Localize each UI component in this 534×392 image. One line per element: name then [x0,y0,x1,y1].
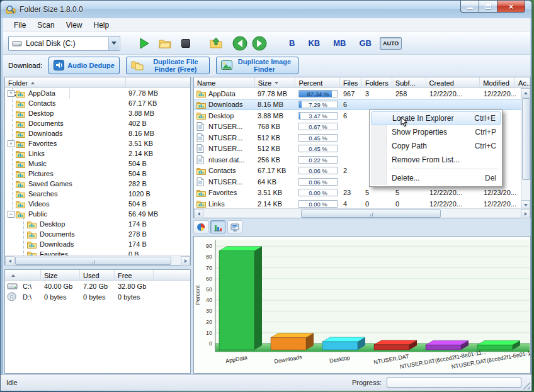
tree-item[interactable]: −Public56.49 MB [5,209,190,219]
stop-button[interactable] [177,35,195,52]
minimize-button[interactable] [460,1,479,13]
progress-label: Progress: [352,379,382,386]
table-row[interactable]: AppData97.78 MB87.34 %967325812/22/20...… [194,88,530,99]
menu-item-locate-in-explorer[interactable]: Locate In Explorer Ctrl+E [371,111,501,125]
tree-item-size: 504 B [128,170,147,177]
tree-item-label: Favorites [28,140,57,147]
tree-item[interactable]: Downloads174 B [5,239,190,249]
tree-item[interactable]: Desktop174 B [5,219,190,229]
folder-column-header[interactable]: Folder [5,77,126,88]
menu-view[interactable]: View [60,20,88,31]
scroll-thumb[interactable] [301,210,441,218]
tree-item[interactable]: Documents402 B [5,118,190,128]
resize-grip[interactable] [523,382,530,389]
menu-item-delete[interactable]: Delete... Del [371,171,501,185]
tree-item[interactable]: Links2.14 KB [5,148,190,159]
drives-used-header[interactable]: Used [80,270,115,281]
duplicate-image-finder-button[interactable]: Duplicate Image Finder [216,57,298,74]
svg-text:50: 50 [206,286,212,293]
up-folder-button[interactable] [207,35,225,52]
column-header-name[interactable]: Name [194,77,255,88]
open-folder-button[interactable] [156,35,174,52]
scroll-thumb[interactable] [15,257,171,265]
tree-item[interactable]: Documents278 B [5,229,190,239]
unit-kb-button[interactable]: KB [306,37,322,49]
scroll-left-button[interactable] [194,209,203,218]
menu-help[interactable]: Help [88,20,115,31]
tree-item[interactable]: Downloads8.16 MB [5,128,190,138]
folder-icon [196,167,207,175]
tree-item[interactable]: Videos504 B [5,199,190,209]
scan-button[interactable] [135,35,153,52]
menu-file[interactable]: File [8,20,31,31]
maximize-button[interactable] [479,1,497,13]
tree-item-size: 504 B [128,160,147,167]
scroll-right-button[interactable] [521,209,530,218]
scroll-left-icon [198,212,200,216]
expand-icon[interactable]: + [8,90,14,97]
size-cell: 768 KB [255,121,296,133]
table-row[interactable]: Links2.14 KB0.00 %40012/22/20...12/22/20… [194,198,530,210]
scroll-left-button[interactable] [5,256,14,266]
bar-chart-button[interactable] [210,220,225,233]
table-horizontal-scrollbar[interactable] [194,208,530,218]
percent-value: 3.47 % [299,113,337,120]
title-bar[interactable]: Folder Size 1.8.0.0 × [1,1,531,18]
table-row[interactable]: Downloads8.16 MB7.29 %6 [194,99,530,111]
column-header-folders[interactable]: Folders [362,77,392,88]
drive-dropdown-button[interactable] [108,37,119,50]
column-header-files[interactable]: Files [340,77,362,88]
svg-text:80: 80 [206,254,212,260]
expand-icon[interactable]: + [8,140,14,147]
menu-item-copy-path[interactable]: Copy Path Ctrl+C [371,139,501,153]
tree-horizontal-scrollbar[interactable] [5,255,190,265]
tree-item[interactable]: Searches1020 B [5,189,190,199]
drive-row-d[interactable]: D:\ 0 bytes 0 bytes 0 bytes [5,291,190,302]
tree-item-label: Contacts [28,99,55,107]
close-button[interactable]: × [497,1,525,13]
back-button[interactable] [231,35,249,52]
svg-text:60: 60 [206,276,212,282]
column-header-size[interactable]: Size [255,77,296,88]
tree-item-label: Public [28,210,47,218]
chart-toolbar [193,220,244,234]
scroll-right-button[interactable] [181,256,190,266]
drive-column-header[interactable] [5,270,41,281]
tree-item[interactable]: Desktop3.88 MB [5,108,190,118]
menu-item-show-properties[interactable]: Show Properties Ctrl+P [371,125,501,139]
tree-item[interactable]: +Favorites3.51 KB [5,138,190,148]
tree-item[interactable]: Pictures504 B [5,169,190,179]
tree-item[interactable]: Saved Games282 B [5,179,190,189]
unit-gb-button[interactable]: GB [357,37,373,49]
collapse-icon[interactable]: − [8,211,14,218]
unit-auto-button[interactable]: AUTO [380,37,402,50]
tree-item[interactable]: Music504 B [5,159,190,169]
column-header-percent[interactable]: Percent [295,77,340,88]
duplicate-file-finder-button[interactable]: Duplicate File Finder (Free) [126,57,210,74]
folder-icon [16,109,26,118]
scroll-up-button[interactable] [521,88,530,98]
column-header-ac[interactable]: Ac... [515,77,530,88]
chart-options-button[interactable] [227,220,242,233]
tree-item[interactable]: Contacts67.17 KB [5,98,190,108]
column-header-modified[interactable]: Modified [480,77,515,88]
menu-scan[interactable]: Scan [31,20,60,31]
drive-row-c[interactable]: C:\ 40.00 Gb 7.20 Gb 32.80 Gb [5,281,190,291]
pie-chart-button[interactable] [193,220,208,233]
audio-dedupe-button[interactable]: Audio Dedupe [48,57,120,74]
drives-size-header[interactable]: Size [41,270,80,281]
table-row[interactable]: Favorites3.51 KB0.00 %235512/22/20...12/… [194,188,530,199]
column-header-subf[interactable]: Subf... [392,77,426,88]
drive-selector[interactable]: Local Disk (C:) [8,36,120,51]
tree-item[interactable]: +AppData97.78 MB [5,88,190,98]
table-vertical-scrollbar[interactable] [521,88,530,210]
column-header-created[interactable]: Created [426,77,480,88]
unit-mb-button[interactable]: MB [331,37,348,49]
scroll-thumb[interactable] [522,98,530,180]
drives-free-header[interactable]: Free [115,270,154,281]
menu-item-remove-from-list[interactable]: Remove From List... [371,153,501,167]
files-cell: 4 [341,198,363,210]
unit-b-button[interactable]: B [287,37,297,49]
forward-button[interactable] [251,35,268,52]
folder-icon [196,199,207,208]
